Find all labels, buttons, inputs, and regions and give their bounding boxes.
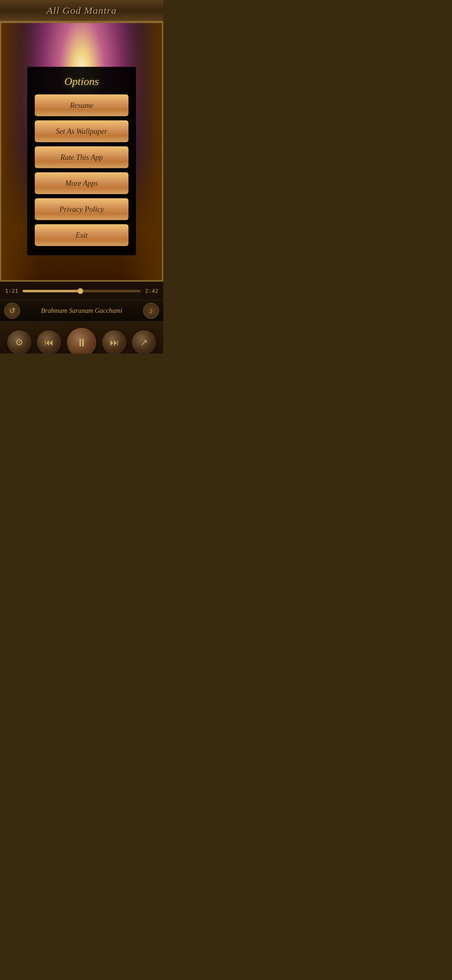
song-title: Brahmam Saranam Gacchami xyxy=(20,307,143,315)
rate-app-button[interactable]: Rate This App xyxy=(35,147,128,168)
app-header: All God Mantra xyxy=(0,0,163,22)
app-title: All God Mantra xyxy=(46,5,116,16)
forward-icon: ⏭ xyxy=(110,337,119,348)
set-wallpaper-button[interactable]: Set As Wallpaper xyxy=(35,121,128,142)
more-apps-button[interactable]: More Apps xyxy=(35,173,128,194)
resume-button[interactable]: Resume xyxy=(35,95,128,116)
options-dialog: Options Resume Set As Wallpaper Rate Thi… xyxy=(27,67,136,255)
music-note-icon: ♪ xyxy=(149,307,153,315)
rewind-button[interactable]: ⏮ xyxy=(37,330,61,353)
privacy-policy-button[interactable]: Privacy Policy xyxy=(35,199,128,220)
pause-button[interactable]: ⏸ xyxy=(67,328,96,353)
progress-fill xyxy=(23,290,80,292)
settings-icon: ⚙ xyxy=(15,337,23,348)
playback-controls: ⚙ ⏮ ⏸ ⏭ ↗ xyxy=(0,322,163,353)
forward-button[interactable]: ⏭ xyxy=(102,330,126,353)
share-button[interactable]: ↗ xyxy=(132,330,156,353)
exit-button[interactable]: Exit xyxy=(35,224,128,246)
settings-button[interactable]: ⚙ xyxy=(7,330,31,353)
content-area: Options Resume Set As Wallpaper Rate Thi… xyxy=(0,22,163,281)
song-info-bar: ↺ Brahmam Saranam Gacchami ♪ xyxy=(0,300,163,322)
options-title: Options xyxy=(64,75,99,88)
music-note-button[interactable]: ♪ xyxy=(143,303,159,319)
pause-icon: ⏸ xyxy=(76,336,87,349)
progress-area: 1:21 2:42 xyxy=(0,281,163,300)
shuffle-button[interactable]: ↺ xyxy=(4,303,20,319)
progress-track[interactable] xyxy=(23,290,141,292)
rewind-icon: ⏮ xyxy=(44,337,54,348)
current-time: 1:21 xyxy=(5,288,18,294)
artwork-background: Options Resume Set As Wallpaper Rate Thi… xyxy=(1,23,162,280)
progress-thumb[interactable] xyxy=(77,288,83,294)
shuffle-icon: ↺ xyxy=(9,306,15,315)
total-time: 2:42 xyxy=(145,288,158,294)
share-icon: ↗ xyxy=(140,337,148,348)
